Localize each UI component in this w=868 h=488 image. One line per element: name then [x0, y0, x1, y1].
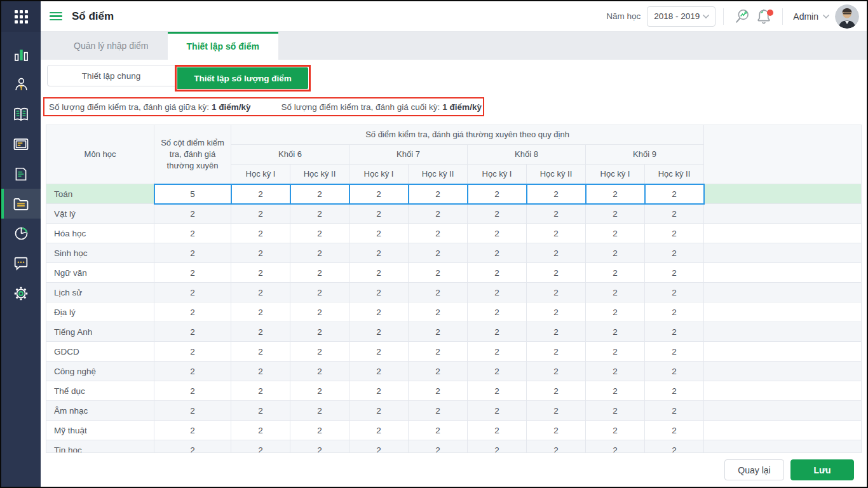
score-count-cell[interactable]: 2: [586, 263, 645, 283]
score-count-cell[interactable]: 2: [586, 381, 645, 401]
score-count-cell[interactable]: 2: [290, 342, 349, 362]
score-count-cell[interactable]: 2: [349, 184, 409, 204]
score-count-cell[interactable]: 2: [290, 421, 349, 440]
score-count-cell[interactable]: 2: [468, 184, 527, 204]
score-count-cell[interactable]: 2: [468, 440, 527, 454]
score-count-cell[interactable]: 2: [349, 224, 409, 243]
score-count-cell[interactable]: 2: [409, 401, 468, 421]
hamburger-menu-icon[interactable]: [50, 10, 62, 23]
score-count-cell[interactable]: 2: [468, 302, 527, 322]
score-count-cell[interactable]: 2: [409, 184, 468, 204]
score-count-cell[interactable]: 2: [231, 401, 290, 421]
regular-count-cell[interactable]: 2: [154, 322, 231, 342]
score-count-cell[interactable]: 2: [586, 401, 645, 421]
score-count-cell[interactable]: 2: [527, 401, 586, 421]
score-count-cell[interactable]: 2: [468, 224, 527, 243]
avatar[interactable]: [835, 4, 859, 29]
score-count-cell[interactable]: 2: [586, 362, 645, 381]
score-count-cell[interactable]: 2: [349, 342, 409, 362]
score-count-cell[interactable]: 2: [645, 263, 704, 283]
regular-count-cell[interactable]: 2: [154, 381, 231, 401]
score-count-cell[interactable]: 2: [586, 302, 645, 322]
score-count-cell[interactable]: 2: [349, 322, 409, 342]
score-count-cell[interactable]: 2: [645, 243, 704, 263]
score-count-cell[interactable]: 2: [527, 224, 586, 243]
score-count-cell[interactable]: 2: [645, 283, 704, 302]
score-count-cell[interactable]: 2: [349, 401, 409, 421]
score-count-cell[interactable]: 2: [409, 440, 468, 454]
score-count-cell[interactable]: 2: [349, 243, 409, 263]
score-count-cell[interactable]: 2: [527, 381, 586, 401]
score-count-cell[interactable]: 2: [645, 401, 704, 421]
sidebar-item-records[interactable]: [1, 159, 41, 189]
regular-count-cell[interactable]: 2: [154, 224, 231, 243]
score-count-cell[interactable]: 2: [468, 243, 527, 263]
score-count-cell[interactable]: 2: [290, 381, 349, 401]
score-count-cell[interactable]: 2: [231, 440, 290, 454]
sidebar-item-settings[interactable]: [1, 278, 41, 308]
score-count-cell[interactable]: 2: [349, 362, 409, 381]
score-count-cell[interactable]: 2: [586, 283, 645, 302]
score-count-cell[interactable]: 2: [290, 243, 349, 263]
score-count-cell[interactable]: 2: [409, 421, 468, 440]
score-count-cell[interactable]: 2: [527, 204, 586, 224]
score-count-cell[interactable]: 2: [527, 243, 586, 263]
score-count-cell[interactable]: 2: [586, 243, 645, 263]
score-count-cell[interactable]: 2: [231, 381, 290, 401]
search-analytics-button[interactable]: [731, 6, 753, 27]
score-count-cell[interactable]: 2: [231, 263, 290, 283]
regular-count-cell[interactable]: 2: [154, 421, 231, 440]
score-count-cell[interactable]: 2: [586, 204, 645, 224]
score-count-cell[interactable]: 2: [645, 322, 704, 342]
score-count-cell[interactable]: 2: [409, 283, 468, 302]
score-count-cell[interactable]: 2: [231, 362, 290, 381]
score-count-cell[interactable]: 2: [231, 302, 290, 322]
score-count-cell[interactable]: 2: [290, 263, 349, 283]
score-count-cell[interactable]: 2: [349, 283, 409, 302]
regular-count-cell[interactable]: 2: [154, 204, 231, 224]
regular-count-cell[interactable]: 2: [154, 362, 231, 381]
score-count-cell[interactable]: 2: [586, 224, 645, 243]
score-count-cell[interactable]: 2: [409, 322, 468, 342]
score-count-cell[interactable]: 2: [468, 263, 527, 283]
score-count-cell[interactable]: 2: [290, 322, 349, 342]
score-count-cell[interactable]: 2: [409, 243, 468, 263]
subtab-thiet-lap-so-luong-diem[interactable]: Thiết lập số lượng điểm: [177, 67, 308, 89]
score-count-cell[interactable]: 2: [290, 204, 349, 224]
score-count-cell[interactable]: 2: [231, 224, 290, 243]
score-count-cell[interactable]: 2: [290, 184, 349, 204]
score-count-cell[interactable]: 2: [468, 381, 527, 401]
score-count-cell[interactable]: 2: [349, 302, 409, 322]
score-count-cell[interactable]: 2: [468, 362, 527, 381]
sidebar-item-gradebook[interactable]: [1, 189, 41, 219]
score-count-cell[interactable]: 2: [290, 401, 349, 421]
score-count-cell[interactable]: 2: [349, 381, 409, 401]
score-count-cell[interactable]: 2: [527, 184, 586, 204]
notifications-button[interactable]: [753, 6, 775, 27]
score-count-cell[interactable]: 2: [409, 362, 468, 381]
regular-count-cell[interactable]: 2: [154, 342, 231, 362]
regular-count-cell[interactable]: 2: [154, 283, 231, 302]
score-count-cell[interactable]: 2: [409, 342, 468, 362]
score-count-cell[interactable]: 2: [645, 342, 704, 362]
sidebar-item-teachers[interactable]: [1, 69, 41, 99]
score-count-cell[interactable]: 2: [527, 322, 586, 342]
score-count-cell[interactable]: 2: [231, 342, 290, 362]
score-count-cell[interactable]: 2: [645, 184, 704, 204]
score-count-cell[interactable]: 2: [290, 362, 349, 381]
sidebar-item-reports[interactable]: [1, 219, 41, 248]
score-count-cell[interactable]: 2: [527, 263, 586, 283]
score-count-cell[interactable]: 2: [349, 263, 409, 283]
regular-count-cell[interactable]: 5: [154, 184, 231, 204]
score-count-cell[interactable]: 2: [645, 362, 704, 381]
tab-thiet-lap-so-diem[interactable]: Thiết lập sổ điểm: [168, 32, 278, 60]
subtab-thiet-lap-chung[interactable]: Thiết lập chung: [47, 65, 175, 86]
score-count-cell[interactable]: 2: [645, 302, 704, 322]
score-count-cell[interactable]: 2: [349, 440, 409, 454]
score-count-cell[interactable]: 2: [468, 204, 527, 224]
score-count-cell[interactable]: 2: [586, 184, 645, 204]
score-count-cell[interactable]: 2: [290, 440, 349, 454]
score-count-cell[interactable]: 2: [527, 283, 586, 302]
school-year-select[interactable]: 2018 - 2019: [647, 6, 715, 27]
score-count-cell[interactable]: 2: [586, 440, 645, 454]
